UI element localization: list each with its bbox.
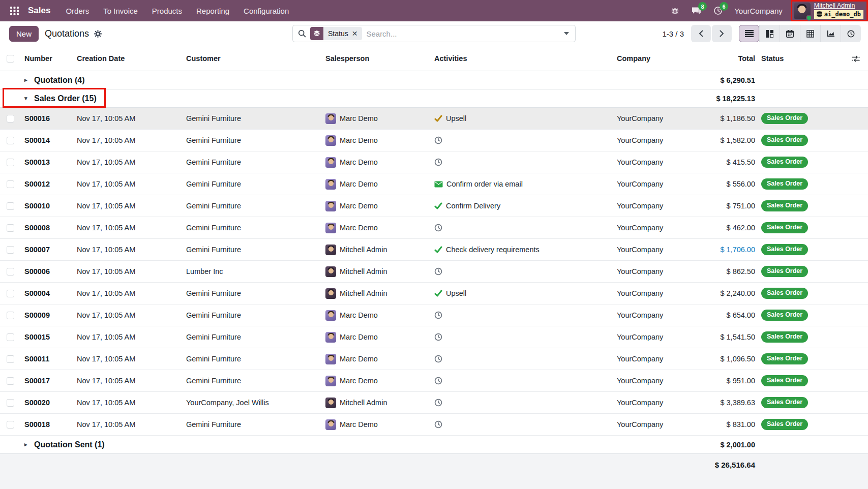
optional-columns-button[interactable] (852, 55, 860, 62)
activity-cell[interactable] (430, 311, 613, 319)
menu-orders[interactable]: Orders (58, 0, 96, 21)
row-checkbox[interactable] (7, 159, 14, 166)
salesperson-name: Marc Demo (340, 311, 378, 319)
table-row[interactable]: S00010 Nov 17, 10:05 AM Gemini Furniture… (0, 195, 868, 217)
calendar-view-button[interactable] (780, 25, 800, 42)
row-checkbox[interactable] (7, 355, 14, 363)
row-checkbox[interactable] (7, 421, 14, 429)
activity-view-button[interactable] (841, 25, 861, 42)
row-checkbox[interactable] (7, 180, 14, 188)
app-name[interactable]: Sales (26, 6, 56, 16)
table-row[interactable]: S00013 Nov 17, 10:05 AM Gemini Furniture… (0, 151, 868, 173)
menu-products[interactable]: Products (145, 0, 189, 21)
row-checkbox[interactable] (7, 202, 14, 210)
group-row[interactable]: ▸ Quotation Sent (1) $ 2,001.00 (0, 436, 868, 454)
graph-view-button[interactable] (820, 25, 841, 42)
table-row[interactable]: S00007 Nov 17, 10:05 AM Gemini Furniture… (0, 239, 868, 261)
table-row[interactable]: S00016 Nov 17, 10:05 AM Gemini Furniture… (0, 108, 868, 130)
select-all-checkbox[interactable] (7, 55, 14, 63)
activity-cell[interactable] (430, 377, 613, 385)
column-header-activities[interactable]: Activities (430, 54, 613, 63)
apps-menu-button[interactable] (5, 4, 24, 18)
list-view-button[interactable] (739, 25, 759, 42)
activity-cell[interactable]: Confirm Delivery (430, 202, 613, 210)
actions-gear-button[interactable] (93, 29, 103, 39)
status-badge: Sales Order (761, 331, 808, 343)
activity-cell[interactable] (430, 333, 613, 341)
activity-cell[interactable] (430, 420, 613, 429)
pager-next-button[interactable] (712, 25, 732, 42)
company-switcher[interactable]: YourCompany (729, 7, 790, 15)
user-menu[interactable]: Mitchell Admin ai_demo_db (792, 2, 866, 20)
column-header-creation-date[interactable]: Creation Date (73, 54, 182, 63)
status-badge: Sales Order (761, 135, 808, 146)
table-row[interactable]: S00018 Nov 17, 10:05 AM Gemini Furniture… (0, 414, 868, 436)
table-body: ▸ Quotation (4) $ 6,290.51 ▾ Sales Order… (0, 71, 868, 454)
activity-cell[interactable]: Confirm order via email (430, 180, 613, 188)
menu-to-invoice[interactable]: To Invoice (96, 0, 145, 21)
table-row[interactable]: S00011 Nov 17, 10:05 AM Gemini Furniture… (0, 348, 868, 370)
new-button[interactable]: New (9, 26, 39, 42)
activity-cell[interactable] (430, 136, 613, 144)
table-footer: $ 26,516.64 (0, 454, 868, 489)
messages-button[interactable]: 8 (686, 0, 707, 21)
database-icon (817, 11, 822, 17)
row-checkbox[interactable] (7, 290, 14, 297)
row-checkbox[interactable] (7, 224, 14, 232)
activity-cell[interactable]: Check delivery requirements (430, 246, 613, 254)
debug-button[interactable] (665, 0, 685, 21)
search-facet-status[interactable]: Status ✕ (310, 27, 362, 40)
column-header-number[interactable]: Number (20, 54, 73, 63)
pivot-view-button[interactable] (800, 25, 820, 42)
row-checkbox[interactable] (7, 115, 14, 123)
group-row[interactable]: ▾ Sales Order (15) $ 18,225.13 (0, 89, 868, 108)
salesperson-avatar (325, 419, 336, 430)
activity-cell[interactable] (430, 355, 613, 363)
table-row[interactable]: S00009 Nov 17, 10:05 AM Gemini Furniture… (0, 304, 868, 326)
activity-cell[interactable]: Upsell (430, 114, 613, 123)
row-checkbox[interactable] (7, 333, 14, 341)
customer-name: Gemini Furniture (182, 246, 321, 254)
column-header-company[interactable]: Company (613, 54, 689, 63)
table-row[interactable]: S00012 Nov 17, 10:05 AM Gemini Furniture… (0, 173, 868, 195)
row-checkbox[interactable] (7, 312, 14, 319)
company-name: YourCompany (613, 180, 689, 188)
activity-cell[interactable] (430, 224, 613, 232)
column-header-salesperson[interactable]: Salesperson (321, 54, 430, 63)
total-amount: $ 2,240.00 (689, 289, 755, 297)
search-dropdown-toggle[interactable] (558, 25, 575, 42)
pager-previous-button[interactable] (691, 25, 711, 42)
activity-cell[interactable]: Upsell (430, 289, 613, 297)
status-badge: Sales Order (761, 353, 808, 364)
table-row[interactable]: S00020 Nov 17, 10:05 AM YourCompany, Joe… (0, 392, 868, 414)
activity-cell[interactable] (430, 158, 613, 166)
facet-remove-icon[interactable]: ✕ (352, 30, 358, 37)
group-row[interactable]: ▸ Quotation (4) $ 6,290.51 (0, 71, 868, 89)
table-row[interactable]: S00006 Nov 17, 10:05 AM Lumber Inc Mitch… (0, 261, 868, 283)
table-row[interactable]: S00004 Nov 17, 10:05 AM Gemini Furniture… (0, 283, 868, 304)
total-amount: $ 415.50 (689, 158, 755, 166)
activity-cell[interactable] (430, 399, 613, 407)
menu-reporting[interactable]: Reporting (189, 0, 236, 21)
salesperson-avatar (325, 288, 336, 299)
activities-button[interactable]: 6 (708, 0, 728, 21)
search-input[interactable] (366, 29, 557, 38)
column-header-customer[interactable]: Customer (182, 54, 321, 63)
column-header-total[interactable]: Total (689, 54, 755, 63)
activity-cell[interactable] (430, 267, 613, 276)
kanban-view-button[interactable] (759, 25, 780, 42)
activity-label: Check delivery requirements (446, 246, 540, 254)
order-number: S00018 (20, 420, 73, 429)
row-checkbox[interactable] (7, 377, 14, 385)
table-row[interactable]: S00014 Nov 17, 10:05 AM Gemini Furniture… (0, 130, 868, 151)
row-checkbox[interactable] (7, 399, 14, 407)
table-row[interactable]: S00015 Nov 17, 10:05 AM Gemini Furniture… (0, 326, 868, 348)
menu-configuration[interactable]: Configuration (236, 0, 296, 21)
table-row[interactable]: S00008 Nov 17, 10:05 AM Gemini Furniture… (0, 217, 868, 239)
row-checkbox[interactable] (7, 137, 14, 144)
row-checkbox[interactable] (7, 246, 14, 254)
table-row[interactable]: S00017 Nov 17, 10:05 AM Gemini Furniture… (0, 370, 868, 392)
row-checkbox[interactable] (7, 268, 14, 276)
column-header-status[interactable]: Status (755, 54, 846, 63)
chevron-left-icon (699, 30, 703, 37)
